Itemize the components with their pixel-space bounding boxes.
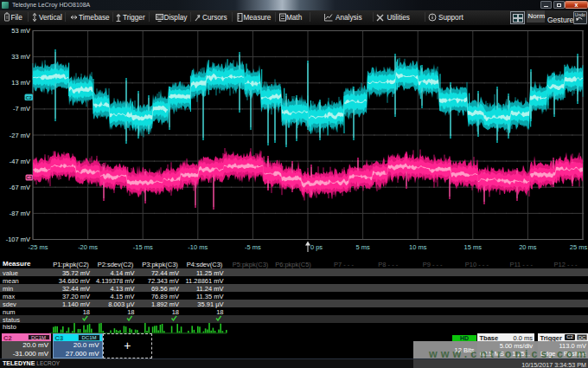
- svg-text:-10 ms: -10 ms: [188, 243, 208, 251]
- svg-text:-27 mV: -27 mV: [10, 132, 30, 139]
- svg-text:-67 mV: -67 mV: [10, 184, 30, 191]
- svg-text:53 mV: 53 mV: [11, 27, 30, 35]
- svg-text:C2: C2: [26, 95, 32, 100]
- svg-text:-5 ms: -5 ms: [245, 243, 261, 251]
- svg-text:C3: C3: [26, 175, 32, 180]
- svg-text:-87 mV: -87 mV: [10, 210, 30, 217]
- svg-text:25 ms: 25 ms: [570, 243, 588, 251]
- svg-text:0 ps: 0 ps: [310, 243, 323, 251]
- svg-text:13 mV: 13 mV: [11, 79, 30, 87]
- svg-text:-47 mV: -47 mV: [10, 158, 30, 165]
- svg-text:20 ms: 20 ms: [519, 243, 537, 251]
- svg-text:-25 ms: -25 ms: [29, 243, 48, 251]
- svg-text:-20 ms: -20 ms: [78, 243, 98, 251]
- svg-text:10 ms: 10 ms: [409, 243, 427, 251]
- svg-text:5 ms: 5 ms: [355, 243, 370, 251]
- svg-text:15 ms: 15 ms: [464, 243, 483, 251]
- svg-text:-15 ms: -15 ms: [133, 243, 153, 251]
- svg-text:-7 mV: -7 mV: [13, 105, 30, 113]
- svg-text:-107 mV: -107 mV: [6, 236, 30, 243]
- svg-text:33 mV: 33 mV: [11, 53, 30, 61]
